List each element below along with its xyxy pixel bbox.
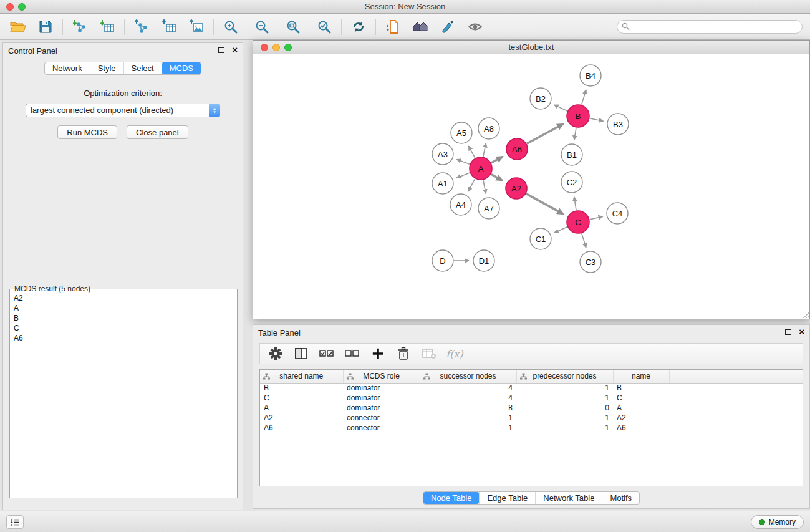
column-header-predecessor-nodes[interactable]: predecessor nodes [516,370,613,383]
graph-edge[interactable] [590,216,603,220]
graph-edge[interactable] [582,90,586,105]
table-cell[interactable] [669,413,803,423]
result-item[interactable]: A6 [10,333,237,343]
graph-node-A3[interactable]: A3 [432,143,453,165]
zoom-out-button[interactable] [251,17,272,36]
zoom-fit-button[interactable] [282,17,304,36]
show-hide-button[interactable] [465,17,486,36]
graph-node-B4[interactable]: B4 [580,65,601,86]
graph-edge[interactable] [491,174,503,180]
delete-table-button[interactable] [421,346,437,362]
table-cell[interactable] [669,423,803,433]
graph-edge[interactable] [483,180,486,194]
table-cell[interactable] [669,383,803,393]
column-header-successor-nodes[interactable]: successor nodes [420,370,516,383]
export-image-button[interactable] [186,17,207,36]
graph-edge[interactable] [456,173,470,178]
graph-node-D[interactable]: D [432,250,453,271]
export-network-button[interactable] [131,17,152,36]
graph-node-B[interactable]: B [567,105,589,127]
criterion-dropdown[interactable]: largest connected component (directed) ▴… [26,104,220,117]
graph-edge[interactable] [582,233,586,248]
graph-node-A7[interactable]: A7 [478,198,499,219]
table-cell[interactable]: 1 [516,383,613,393]
graph-node-B3[interactable]: B3 [607,114,629,135]
tab-style[interactable]: Style [90,62,123,74]
table-row[interactable]: Bdominator41B [260,383,803,393]
apply-layout-button[interactable] [348,17,369,36]
graph-edge[interactable] [526,194,564,215]
graph-node-B2[interactable]: B2 [530,88,551,109]
table-cell[interactable]: dominator [343,403,420,413]
close-window-button[interactable] [6,3,14,11]
graph-node-A1[interactable]: A1 [432,173,453,194]
float-panel-icon[interactable] [785,329,791,335]
graph-node-C4[interactable]: C4 [607,203,628,224]
memory-button[interactable]: Memory [751,515,804,529]
close-panel-icon[interactable]: × [799,328,804,336]
close-panel-button[interactable]: Close panel [127,125,188,139]
table-cell[interactable]: B [613,383,669,393]
graph-node-A8[interactable]: A8 [478,118,499,139]
table-cell[interactable]: A6 [613,423,669,433]
table-cell[interactable]: A [260,403,343,413]
save-session-button[interactable] [35,17,56,36]
column-header-name[interactable]: name [613,370,669,383]
close-window-button[interactable] [261,44,268,51]
table-cell[interactable]: A [613,403,669,413]
search-input[interactable] [617,20,803,34]
table-cell[interactable]: 1 [516,423,613,433]
graph-node-D1[interactable]: D1 [473,250,494,271]
tab-select[interactable]: Select [123,62,162,74]
table-cell[interactable]: 1 [420,413,516,423]
document-transfer-button[interactable] [382,17,403,36]
import-table-button[interactable] [97,17,118,36]
table-cell[interactable]: 1 [516,393,613,403]
export-table-button[interactable] [158,17,180,36]
table-row[interactable]: A2connector11A2 [260,413,803,423]
graph-node-C3[interactable]: C3 [580,251,601,273]
tab-edge-table[interactable]: Edge Table [479,492,535,504]
delete-column-button[interactable] [395,346,412,362]
annotation-button[interactable] [437,17,458,36]
graph-node-C1[interactable]: C1 [530,228,551,249]
network-canvas[interactable]: B4B2BB3A5A8A6A3B1AC2A1A2A4A7C4CC1DD1C3 [253,54,809,319]
table-cell[interactable]: B [260,383,343,393]
table-cell[interactable]: 8 [420,403,516,413]
tab-motifs[interactable]: Motifs [602,492,639,504]
result-item[interactable]: A2 [10,293,237,303]
table-row[interactable]: Cdominator41C [260,393,803,403]
graph-edge[interactable] [590,118,604,121]
column-header-shared-name[interactable]: shared name [260,370,343,383]
graph-node-A2[interactable]: A2 [506,178,527,199]
graph-edge[interactable] [491,157,503,163]
tab-network[interactable]: Network [45,62,90,74]
table-cell[interactable]: connector [343,413,420,423]
table-cell[interactable]: A2 [260,413,343,423]
table-cell[interactable] [669,393,803,403]
table-cell[interactable]: C [260,393,343,403]
graph-edge[interactable] [483,143,486,157]
graph-node-C2[interactable]: C2 [561,172,582,193]
table-row[interactable]: A6connector11A6 [260,423,803,433]
result-item[interactable]: A [10,303,237,313]
table-row[interactable]: Adominator80A [260,403,803,413]
zoom-window-button[interactable] [18,3,26,11]
graph-node-C[interactable]: C [567,211,589,233]
tab-node-table[interactable]: Node Table [423,492,480,504]
table-cell[interactable]: dominator [343,383,420,393]
create-column-button[interactable] [370,346,386,362]
graph-edge[interactable] [469,146,475,158]
show-columns-button[interactable] [293,346,309,362]
result-item[interactable]: C [10,323,237,333]
graph-node-A6[interactable]: A6 [506,138,528,160]
table-cell[interactable]: connector [343,423,420,433]
tab-network-table[interactable]: Network Table [535,492,602,504]
table-cell[interactable]: 4 [420,383,516,393]
column-header-mcds-role[interactable]: MCDS role [343,370,420,383]
graph-node-A4[interactable]: A4 [450,194,471,215]
graph-edge[interactable] [554,227,567,233]
graph-node-A5[interactable]: A5 [451,122,472,143]
graph-edge[interactable] [468,179,475,191]
table-cell[interactable]: 4 [420,393,516,403]
